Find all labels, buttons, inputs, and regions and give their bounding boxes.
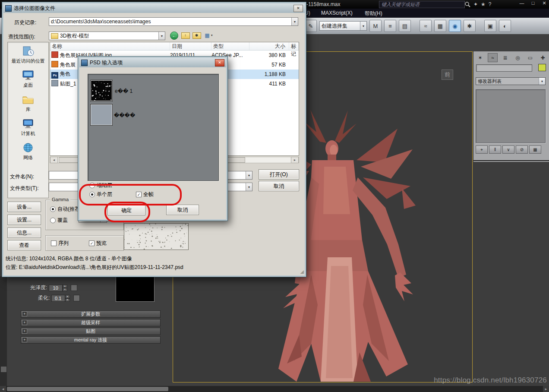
help-icon[interactable]: ? bbox=[489, 1, 492, 7]
gamma-auto-option[interactable]: 自动(推荐 bbox=[50, 205, 80, 213]
place-computer[interactable]: 计算机 bbox=[21, 118, 35, 137]
tab-motion-icon[interactable]: ◎ bbox=[513, 53, 523, 62]
psd-dialog-titlebar[interactable]: PSD 输入选项 ✕ bbox=[79, 58, 226, 67]
up-one-level-button[interactable]: ↑ bbox=[181, 31, 190, 40]
curve-editor-icon[interactable]: ≈ bbox=[420, 20, 432, 32]
remove-modifier-icon[interactable]: ⊘ bbox=[516, 145, 528, 154]
place-desktop[interactable]: 桌面 bbox=[22, 70, 35, 89]
modifier-stack[interactable] bbox=[476, 89, 546, 143]
menu-help[interactable]: 帮助(H) bbox=[365, 10, 382, 17]
glossiness-extra-button[interactable] bbox=[71, 285, 77, 291]
checkbox-icon[interactable] bbox=[51, 240, 57, 246]
column-size[interactable]: 大小 bbox=[249, 42, 289, 50]
devices-button[interactable]: 设备... bbox=[7, 202, 41, 212]
pin-stack-icon[interactable]: ⌖ bbox=[476, 145, 488, 154]
combo-arrow-icon[interactable]: ▼ bbox=[360, 22, 366, 30]
configure-modifier-sets-icon[interactable]: ▦ bbox=[529, 145, 541, 154]
viewcube-front-label[interactable]: 前 bbox=[442, 70, 453, 80]
favorites-icon[interactable]: ★ bbox=[481, 1, 486, 7]
radio-icon[interactable] bbox=[89, 183, 95, 188]
column-tags[interactable]: 标记 bbox=[289, 42, 299, 50]
psd-layer-list[interactable]: e�� 1 ���� bbox=[88, 74, 219, 181]
look-in-dropdown[interactable]: 3D教程-模型 ▼ bbox=[49, 32, 165, 40]
dropdown-arrow-icon[interactable]: ▼ bbox=[539, 78, 545, 85]
single-layer-option[interactable]: 单个层 bbox=[89, 191, 112, 198]
maximize-button[interactable]: □ bbox=[530, 0, 536, 6]
tab-modify-icon[interactable]: ≈ bbox=[488, 53, 498, 62]
sequence-option[interactable]: 序列 bbox=[51, 240, 69, 247]
place-libraries[interactable]: 库 bbox=[22, 94, 35, 113]
layer-thumbnail-stars[interactable] bbox=[91, 80, 112, 101]
soften-value[interactable]: 0.1 bbox=[51, 295, 65, 302]
dropdown-arrow-icon[interactable]: ▼ bbox=[246, 183, 252, 191]
layer-manager-icon[interactable]: ▤ bbox=[399, 20, 411, 32]
column-name[interactable]: 名称 bbox=[50, 42, 170, 50]
full-frame-option[interactable]: ✓全帧 bbox=[136, 191, 154, 198]
new-folder-button[interactable]: ✱ bbox=[192, 31, 201, 40]
object-color-swatch[interactable] bbox=[538, 64, 546, 71]
psd-close-button[interactable]: ✕ bbox=[215, 59, 224, 66]
place-network[interactable]: 网络 bbox=[22, 142, 35, 161]
soften-extra-button[interactable] bbox=[73, 295, 80, 301]
gamma-override-option[interactable]: 覆盖 bbox=[50, 217, 68, 224]
dropdown-arrow-icon[interactable]: ▼ bbox=[246, 171, 252, 179]
minimize-button[interactable]: — bbox=[519, 0, 525, 6]
scroll-left-icon[interactable]: ◄ bbox=[0, 386, 6, 392]
layer-thumbnail-flat[interactable] bbox=[91, 104, 112, 125]
rollout-mental-ray[interactable]: + mental ray 连接 bbox=[21, 336, 161, 344]
search-icon[interactable] bbox=[464, 1, 470, 7]
checkbox-checked-icon[interactable]: ✓ bbox=[136, 192, 142, 197]
render-setup-icon[interactable]: ✱ bbox=[464, 20, 476, 32]
infocenter-search-input[interactable]: 键入关键字或短语 bbox=[379, 1, 465, 8]
tab-create-icon[interactable]: ✶ bbox=[475, 53, 485, 62]
info-button[interactable]: 信息... bbox=[7, 228, 41, 238]
selection-set-combo[interactable]: 创建选择集 ▼ bbox=[319, 21, 367, 31]
views-menu-button[interactable]: ▦ ▼ bbox=[203, 31, 215, 40]
align-icon[interactable]: ≡ bbox=[384, 20, 396, 32]
back-button[interactable]: ← bbox=[170, 31, 179, 40]
preview-option[interactable]: ✓预览 bbox=[89, 240, 107, 247]
resize-grip-icon[interactable]: ◢ bbox=[300, 269, 304, 275]
communication-center-icon[interactable]: ✦ bbox=[473, 1, 478, 7]
soften-spinner[interactable]: ▲▼ bbox=[65, 295, 70, 302]
column-date[interactable]: 日期 bbox=[170, 42, 211, 50]
glossiness-value[interactable]: 10 bbox=[49, 285, 63, 291]
expand-icon[interactable]: + bbox=[22, 311, 27, 316]
show-end-result-icon[interactable]: ‖ bbox=[489, 145, 501, 154]
layer-item-label[interactable]: ���� bbox=[114, 112, 135, 118]
glossiness-spinner[interactable]: ▲▼ bbox=[63, 285, 67, 291]
collapse-layers-option[interactable]: 塌陷层 bbox=[89, 182, 112, 189]
radio-icon[interactable] bbox=[50, 206, 56, 212]
scroll-right-icon[interactable]: ► bbox=[543, 386, 549, 392]
material-editor-icon[interactable]: ◉ bbox=[449, 20, 461, 32]
rollout-extended-params[interactable]: + 扩展参数 bbox=[21, 310, 161, 318]
psd-ok-button[interactable]: 确定 bbox=[107, 205, 145, 215]
psd-cancel-button[interactable]: 取消 bbox=[166, 205, 199, 215]
mirror-icon[interactable]: M bbox=[369, 20, 382, 32]
schematic-view-icon[interactable]: ▦ bbox=[434, 20, 446, 32]
tab-display-icon[interactable]: ▭ bbox=[525, 53, 535, 62]
object-name-field[interactable] bbox=[476, 64, 532, 72]
render-production-icon[interactable]: ◐ bbox=[499, 20, 511, 32]
ui-toggle-button[interactable] bbox=[0, 366, 7, 373]
modifier-list-dropdown[interactable]: 修改器列表 ▼ bbox=[476, 77, 546, 85]
view-button[interactable]: 查看 bbox=[7, 240, 41, 250]
tab-hierarchy-icon[interactable]: ≣ bbox=[500, 53, 510, 62]
menu-maxscript[interactable]: MAXScript(X) bbox=[321, 10, 353, 16]
named-selection-sets-icon[interactable]: ✎ bbox=[305, 20, 317, 32]
radio-selected-icon[interactable] bbox=[89, 192, 95, 197]
rollout-supersampling[interactable]: + 超级采样 bbox=[21, 319, 161, 326]
tab-utilities-icon[interactable]: ✚ bbox=[538, 53, 548, 62]
checkbox-checked-icon[interactable]: ✓ bbox=[89, 240, 95, 246]
setup-button[interactable]: 设置... bbox=[7, 215, 41, 225]
column-type[interactable]: 类型 bbox=[211, 42, 249, 50]
bottom-scrollbar-thumb[interactable] bbox=[7, 387, 168, 391]
layer-item-label[interactable]: e�� 1 bbox=[115, 88, 133, 94]
history-dropdown[interactable]: d:\Documents\3dsMax\sceneassets\images ▼ bbox=[49, 17, 298, 26]
radio-icon[interactable] bbox=[50, 218, 56, 223]
expand-icon[interactable]: + bbox=[22, 320, 27, 325]
make-unique-icon[interactable]: ∨ bbox=[502, 145, 514, 154]
scroll-left-icon[interactable]: ◄ bbox=[50, 157, 58, 163]
file-dialog-close-button[interactable]: ✕ bbox=[293, 5, 303, 12]
rendered-frame-icon[interactable]: ▣ bbox=[484, 20, 496, 32]
